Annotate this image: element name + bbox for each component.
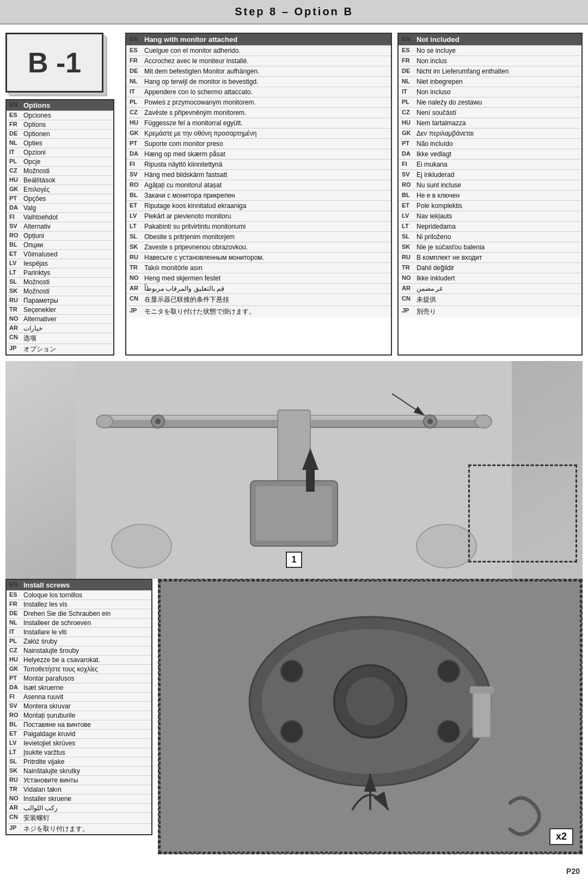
row-lang: FR xyxy=(9,121,21,129)
row-text: Ikke inkludert xyxy=(416,274,455,282)
row-text: モニタを取り付けた状態で掛けます。 xyxy=(144,307,255,316)
hang-row: ESCuelgue con el monitor adherido. xyxy=(126,45,391,56)
not-included-row: SLNi priloženo xyxy=(399,231,581,242)
not-included-row: NLNiet inbegrepen xyxy=(399,76,581,87)
install-row: SKNainštalujte skrutky xyxy=(7,766,151,775)
row-text: قم بالتعليق والمرقاب مربوطاً xyxy=(144,285,224,292)
install-row: LTĮsukite varžtus xyxy=(7,748,151,757)
hang-row: JPモニタを取り付けた状態で掛けます。 xyxy=(126,305,391,317)
row-text: Coloque los tornillos xyxy=(23,591,82,599)
row-lang: FI xyxy=(9,213,21,221)
row-lang: FI xyxy=(402,161,414,168)
row-lang: DA xyxy=(130,150,142,158)
row-text: Helyezze be a csavarokat. xyxy=(23,656,100,664)
row-text: Alternativ xyxy=(23,223,51,230)
install-row: HUHelyezze be a csavarokat. xyxy=(7,655,151,664)
row-lang: PT xyxy=(9,675,21,682)
svg-point-25 xyxy=(438,660,460,682)
bottom-diagram: x2 xyxy=(158,579,583,854)
install-row: BLПоставяне на винтове xyxy=(7,720,151,729)
row-text: Nicht im Lieferumfang enthalten xyxy=(416,68,509,75)
hang-row: HUFüggessze fel a monitorral együtt. xyxy=(126,118,391,128)
row-text: Nainstalujte šrouby xyxy=(23,647,79,654)
top-diagram-section: 1 1 xyxy=(5,361,583,579)
hang-row: SVHäng med bildskärm fastsatt xyxy=(126,169,391,180)
not-included-row: CN未提供 xyxy=(399,293,581,305)
row-lang: SL xyxy=(130,233,142,241)
row-text: Закачи с монитора прикрепен xyxy=(144,192,235,199)
svg-point-23 xyxy=(346,677,395,726)
row-lang: DE xyxy=(9,610,21,617)
svg-point-24 xyxy=(281,660,303,682)
row-text: Opțiuni xyxy=(23,232,44,240)
svg-point-10 xyxy=(427,419,433,424)
row-lang: CZ xyxy=(9,167,21,175)
row-text: Įsukite varžtus xyxy=(23,749,65,756)
hang-header: EN Hang with monitor attached xyxy=(126,34,391,45)
options-table: EN Options ESOpcionesFROptionsDEOptionen… xyxy=(5,99,114,356)
hang-row: FRAccrochez avec le moniteur installé. xyxy=(126,56,391,66)
options-row: GKΕπιλογές xyxy=(7,185,113,194)
hang-row: GKΚρεμάστε με την οθόνη προσαρτημένη xyxy=(126,128,391,138)
row-lang: RO xyxy=(402,181,414,189)
hang-row: TRTakılı monitörle asın xyxy=(126,262,391,273)
svg-point-14 xyxy=(416,524,476,568)
not-included-row: BLНе е в ключен xyxy=(399,190,581,200)
row-text: Opties xyxy=(23,139,42,147)
row-lang: GK xyxy=(130,130,142,137)
row-text: Installeer de schroeven xyxy=(23,619,91,627)
row-lang: AR xyxy=(402,285,414,292)
row-lang: LV xyxy=(130,212,142,220)
screw-detail-illustration xyxy=(159,580,581,853)
row-text: Opcje xyxy=(23,158,40,166)
row-text: Installare le viti xyxy=(23,628,66,636)
install-row: ARركب اللوالب xyxy=(7,803,151,812)
row-text: Piekārt ar pievienoto monitoru xyxy=(144,212,231,220)
install-row: TRVidaları takın xyxy=(7,785,151,794)
row-text: Non inclus xyxy=(416,57,447,65)
row-lang: NO xyxy=(130,274,142,282)
row-text: Installer skruene xyxy=(23,795,71,803)
row-text: Hang op terwijl de monitor is bevestigd. xyxy=(144,78,258,85)
row-text: Ripusta näyttö kiinnitettynä xyxy=(144,161,222,168)
options-label: Options xyxy=(23,101,50,109)
row-lang: SL xyxy=(402,233,414,241)
row-lang: DA xyxy=(9,684,21,692)
hang-row: FIRipusta näyttö kiinnitettynä xyxy=(126,159,391,169)
svg-point-8 xyxy=(155,419,161,424)
row-lang: HU xyxy=(130,119,142,127)
row-lang: IT xyxy=(130,88,142,96)
row-lang: JP xyxy=(402,307,414,316)
row-text: Takılı monitörle asın xyxy=(144,264,203,272)
row-text: Κρεμάστε με την οθόνη προσαρτημένη xyxy=(144,130,256,137)
row-text: Опции xyxy=(23,241,43,249)
row-lang: TR xyxy=(402,264,414,272)
row-lang: AR xyxy=(9,804,21,812)
svg-point-26 xyxy=(281,721,303,743)
row-text: 选项 xyxy=(23,334,36,343)
row-text: Függessze fel a monitorral együtt. xyxy=(144,119,243,127)
row-text: Навесьте с установленным монитором. xyxy=(144,254,264,261)
hang-row: LVPiekārt ar pievienoto monitoru xyxy=(126,211,391,221)
row-text: Zaveste s pripevnenou obrazovkou. xyxy=(144,243,248,251)
install-row: CZNainstalujte šrouby xyxy=(7,646,151,655)
page-number: P20 xyxy=(566,867,580,876)
not-included-row: SKNie je súčasťou balenia xyxy=(399,242,581,252)
row-text: Vidaları takın xyxy=(23,786,62,793)
install-row: ITInstallare le viti xyxy=(7,627,151,637)
row-lang: RU xyxy=(402,254,414,261)
row-lang: RU xyxy=(9,297,21,304)
row-text: Možnosti xyxy=(23,278,50,286)
row-text: Ej inkluderad xyxy=(416,171,454,179)
options-row: PTOpções xyxy=(7,194,113,203)
row-lang: NL xyxy=(9,139,21,147)
row-lang: JP xyxy=(9,824,21,834)
svg-rect-5 xyxy=(256,486,332,541)
row-lang: ET xyxy=(9,730,21,738)
row-lang: CN xyxy=(9,813,21,823)
row-lang: DA xyxy=(9,204,21,212)
install-row: ROMontați șuruburile xyxy=(7,711,151,720)
hang-row: CZZavěste s připevněným monitorem. xyxy=(126,107,391,118)
row-lang: GK xyxy=(402,130,414,137)
row-lang: NO xyxy=(9,795,21,803)
